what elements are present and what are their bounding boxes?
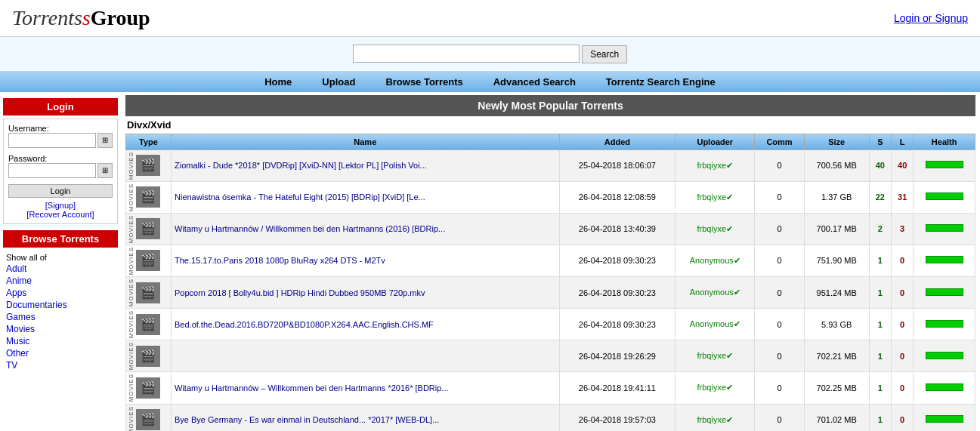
table-row: MOVIES 🎬 The.15.17.to.Paris 2018 1080p B… [126, 245, 975, 276]
name-cell[interactable]: Bed.of.the.Dead.2016.BD720P&BD1080P.X264… [172, 309, 560, 340]
health-cell [914, 372, 975, 404]
username-input[interactable] [8, 133, 96, 148]
name-cell[interactable]: Witamy u Hartmannów – Willkommen bei den… [172, 372, 560, 404]
added-cell: 26-04-2018 09:30:23 [559, 309, 675, 340]
col-health: Health [914, 134, 975, 149]
s-cell: 22 [869, 181, 891, 213]
col-comm: Comm [755, 134, 804, 149]
password-input[interactable] [8, 163, 96, 178]
added-cell: 26-04-2018 12:08:59 [559, 181, 675, 213]
type-label: MOVIES [128, 183, 134, 211]
main-nav: Home Upload Browse Torrents Advanced Sea… [0, 72, 980, 92]
browse-link-tv[interactable]: TV [3, 359, 118, 371]
browse-link-games[interactable]: Games [3, 311, 118, 323]
table-row: MOVIES 🎬 Ziomalki - Dude *2018* [DVDRip]… [126, 149, 975, 181]
health-cell [914, 277, 975, 309]
password-icon-button[interactable]: ⊞ [97, 163, 113, 178]
search-input[interactable] [353, 45, 580, 63]
type-label: MOVIES [128, 279, 134, 306]
verified-icon: ✔ [726, 415, 733, 424]
name-cell[interactable]: Nienawistna ósemka - The Hateful Eight (… [172, 181, 560, 213]
name-cell[interactable]: Witamy u Hartmannów / Willkommen bei den… [172, 213, 560, 245]
uploader-name[interactable]: Anonymous [690, 256, 734, 265]
uploader-name[interactable]: frbqiyxe [697, 351, 727, 360]
browse-item-music: Music [3, 335, 118, 347]
name-cell[interactable]: Popcorn 2018 [ Bolly4u.bid ] HDRip Hindi… [172, 277, 560, 309]
nav-browse-torrents[interactable]: Browse Torrents [385, 76, 462, 88]
nav-home[interactable]: Home [264, 76, 292, 88]
browse-link-apps[interactable]: Apps [3, 287, 118, 299]
browse-item-games: Games [3, 311, 118, 323]
browse-link-other[interactable]: Other [3, 347, 118, 359]
size-cell: 702.21 MB [804, 340, 869, 372]
size-cell: 5.93 GB [804, 309, 869, 340]
uploader-cell: frbqiyxe✔ [675, 372, 755, 404]
main-layout: Login Username: ⊞ Password: ⊞ Login [Sig… [0, 95, 980, 432]
login-link[interactable]: Login or Signup [894, 12, 968, 24]
uploader-cell: Anonymous✔ [675, 309, 755, 340]
section-label: Divx/Xvid [125, 119, 975, 131]
uploader-name[interactable]: frbqiyxe [697, 415, 727, 424]
size-cell: 701.02 MB [804, 404, 869, 431]
l-cell: 40 [892, 149, 914, 181]
search-button[interactable]: Search [582, 45, 627, 63]
verified-icon: ✔ [726, 224, 733, 233]
type-label: MOVIES [128, 342, 134, 370]
browse-item-adult: Adult [3, 263, 118, 275]
signup-link[interactable]: [Signup] [45, 201, 76, 210]
verified-icon: ✔ [726, 383, 733, 392]
comm-cell: 0 [755, 340, 804, 372]
uploader-cell: frbqiyxe✔ [675, 340, 755, 372]
nav-advanced-search[interactable]: Advanced Search [493, 76, 576, 88]
browse-link-anime[interactable]: Anime [3, 275, 118, 287]
type-cell: MOVIES 🎬 [126, 245, 172, 276]
browse-link-show-all[interactable]: Show all of [3, 252, 118, 263]
nav-torrentz[interactable]: Torrentz Search Engine [606, 76, 716, 88]
uploader-name[interactable]: frbqiyxe [697, 224, 727, 233]
browse-link-adult[interactable]: Adult [3, 263, 118, 275]
health-cell [914, 309, 975, 340]
login-submit-button[interactable]: Login [8, 184, 113, 198]
uploader-name[interactable]: frbqiyxe [697, 161, 727, 170]
type-cell: MOVIES 🎬 [126, 404, 172, 431]
recover-link[interactable]: [Recover Account] [26, 210, 94, 219]
type-cell: MOVIES 🎬 [126, 149, 172, 181]
auth-area: Login or Signup [894, 12, 968, 24]
movie-icon: 🎬 [136, 377, 160, 399]
table-row: MOVIES 🎬 Bye Bye Germany - Es war einmal… [126, 404, 975, 431]
browse-link-documentaries[interactable]: Documentaries [3, 299, 118, 311]
s-cell: 2 [869, 213, 891, 245]
browse-link-movies[interactable]: Movies [3, 323, 118, 335]
comm-cell: 0 [755, 277, 804, 309]
name-cell[interactable] [172, 340, 560, 372]
health-cell [914, 245, 975, 276]
l-cell: 0 [892, 372, 914, 404]
health-bar [926, 320, 963, 328]
uploader-name[interactable]: frbqiyxe [697, 192, 727, 202]
type-label: MOVIES [128, 406, 134, 432]
name-cell[interactable]: Bye Bye Germany - Es war einmal in Deuts… [172, 404, 560, 431]
uploader-name[interactable]: frbqiyxe [697, 383, 727, 392]
name-cell[interactable]: The.15.17.to.Paris 2018 1080p BluRay x26… [172, 245, 560, 276]
s-cell: 1 [869, 309, 891, 340]
username-icon-button[interactable]: ⊞ [97, 133, 113, 148]
verified-icon: ✔ [726, 161, 733, 170]
type-cell: MOVIES 🎬 [126, 277, 172, 309]
logo-group: Group [91, 6, 150, 29]
uploader-name[interactable]: Anonymous [690, 288, 734, 297]
col-name: Name [172, 134, 560, 149]
uploader-name[interactable]: Anonymous [690, 319, 734, 328]
l-cell: 0 [892, 309, 914, 340]
type-cell: MOVIES 🎬 [126, 181, 172, 213]
movie-icon: 🎬 [136, 250, 160, 271]
movie-icon: 🎬 [136, 314, 160, 335]
name-cell[interactable]: Ziomalki - Dude *2018* [DVDRip] [XviD-NN… [172, 149, 560, 181]
added-cell: 26-04-2018 09:30:23 [559, 277, 675, 309]
table-row: MOVIES 🎬 Nienawistna ósemka - The Hatefu… [126, 181, 975, 213]
nav-upload[interactable]: Upload [322, 76, 355, 88]
table-row: MOVIES 🎬 Witamy u Hartmannów – Willkomme… [126, 372, 975, 404]
browse-link-music[interactable]: Music [3, 335, 118, 347]
type-label: MOVIES [128, 374, 134, 402]
browse-item-tv: TV [3, 359, 118, 371]
type-label: MOVIES [128, 152, 134, 180]
